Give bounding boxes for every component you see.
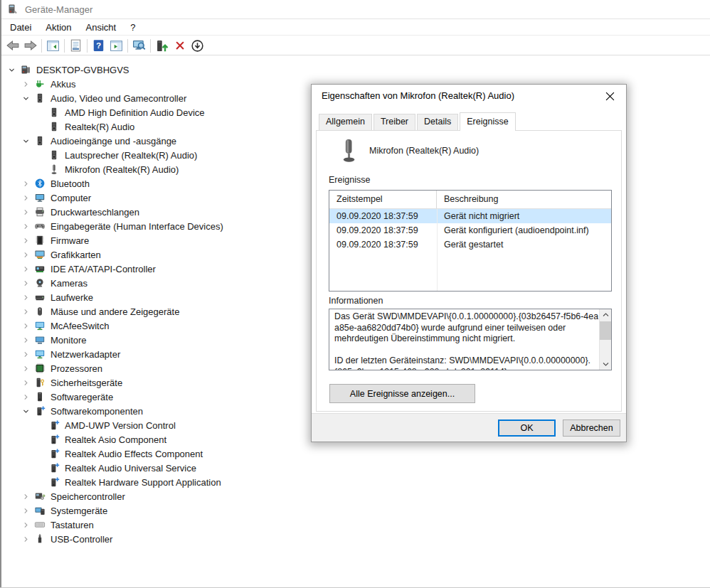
events-table-header: ZeitstempelBeschreibung (329, 191, 611, 209)
speaker-icon (34, 92, 46, 104)
events-tab-page: Mikrofon (Realtek(R) Audio) Ereignisse Z… (316, 130, 622, 412)
chevron-right-icon[interactable] (20, 220, 31, 232)
properties-dialog: Eigenschaften von Mikrofon (Realtek(R) A… (311, 84, 627, 442)
chevron-right-icon[interactable] (20, 292, 31, 303)
tree-toggle-icon[interactable] (44, 37, 62, 54)
tree-item[interactable]: Realtek Audio Effects Component (1, 447, 710, 461)
tab-details[interactable]: Details (417, 114, 458, 130)
dialog-device-name: Mikrofon (Realtek(R) Audio) (369, 146, 479, 156)
menu-aktion[interactable]: Aktion (38, 20, 78, 36)
dialog-title-bar: Eigenschaften von Mikrofon (Realtek(R) A… (312, 85, 626, 107)
network-icon (34, 348, 46, 360)
information-box: Das Gerät SWD\MMDEVAPI\{0.0.1.00000000}.… (329, 309, 612, 370)
tree-item-label: USB-Controller (51, 534, 112, 545)
column-header[interactable]: Beschreibung (437, 191, 611, 208)
tab-allgemein[interactable]: Allgemein (319, 114, 372, 130)
tree-item-label: Mikrofon (Realtek(R) Audio) (65, 164, 179, 175)
close-icon[interactable] (594, 85, 625, 107)
tree-item[interactable]: Realtek Hardware Support Application (1, 475, 710, 489)
show-all-events-button[interactable]: Alle Ereignisse anzeigen... (329, 384, 475, 403)
action-pane-icon[interactable] (107, 37, 125, 54)
softcomponent-icon (48, 476, 60, 488)
scroll-up-icon[interactable] (600, 309, 612, 321)
softcomponent-icon (48, 462, 60, 474)
table-row[interactable]: 09.09.2020 18:37:59Gerät gestartet (329, 237, 611, 252)
chevron-right-icon[interactable] (20, 377, 31, 388)
information-line: ID der letzten Geräteinstanz: SWD\MMDEVA… (334, 356, 595, 367)
chevron-right-icon[interactable] (20, 519, 31, 530)
chevron-down-icon[interactable] (20, 92, 31, 104)
tree-item[interactable]: Realtek Audio Universal Service (1, 461, 710, 475)
menu-ansicht[interactable]: Ansicht (79, 20, 124, 36)
tab-treiber[interactable]: Treiber (373, 114, 415, 130)
chevron-right-icon[interactable] (20, 206, 31, 218)
tree-item-label: DESKTOP-GVBHGVS (36, 65, 129, 75)
chevron-spacer (34, 149, 46, 161)
scan-icon[interactable] (130, 37, 148, 54)
microphone-icon (48, 164, 60, 175)
softdevice-icon (34, 391, 46, 402)
forward-icon[interactable] (21, 37, 39, 54)
chevron-right-icon[interactable] (20, 192, 31, 203)
disable-icon[interactable] (189, 37, 206, 54)
speaker-icon (34, 135, 46, 146)
information-line: Das Gerät SWD\MMDEVAPI\{0.0.1.00000000}.… (334, 311, 595, 323)
information-text: Das Gerät SWD\MMDEVAPI\{0.0.1.00000000}.… (329, 309, 598, 370)
chevron-right-icon[interactable] (20, 263, 31, 274)
speaker-icon (48, 121, 60, 132)
menu-datei[interactable]: Datei (3, 20, 38, 36)
chevron-down-icon[interactable] (20, 405, 31, 417)
computer-icon (20, 64, 31, 75)
table-row[interactable]: 09.09.2020 18:37:59Gerät nicht migriert (329, 209, 611, 223)
tree-item-label: Laufwerke (51, 292, 93, 303)
scrollbar[interactable] (599, 309, 611, 370)
update-driver-icon[interactable] (153, 37, 171, 54)
scroll-down-icon[interactable] (600, 358, 612, 370)
chevron-right-icon[interactable] (20, 391, 31, 402)
chevron-right-icon[interactable] (20, 505, 31, 516)
chevron-right-icon[interactable] (20, 249, 31, 260)
tree-item[interactable]: USB-Controller (1, 532, 710, 546)
timestamp-cell: 09.09.2020 18:37:59 (329, 240, 437, 250)
menu-help[interactable]: ? (123, 20, 142, 36)
tree-item-label: Realtek(R) Audio (65, 122, 134, 132)
chevron-right-icon[interactable] (20, 178, 31, 189)
tree-item[interactable]: DESKTOP-GVBHGVS (1, 63, 710, 77)
uninstall-icon[interactable] (171, 37, 189, 54)
tree-item[interactable]: Speichercontroller (1, 489, 710, 503)
column-header[interactable]: Zeitstempel (329, 191, 437, 208)
chevron-right-icon[interactable] (20, 533, 31, 545)
mouse-icon (34, 306, 46, 317)
table-row[interactable]: 09.09.2020 18:37:59Gerät konfiguriert (a… (329, 223, 611, 237)
chevron-right-icon[interactable] (20, 277, 31, 289)
properties-icon[interactable] (67, 37, 85, 54)
chevron-down-icon[interactable] (6, 64, 17, 75)
tree-item-label: Akkus (51, 79, 75, 90)
chevron-down-icon[interactable] (20, 135, 31, 146)
microphone-device-icon (338, 138, 359, 166)
chevron-right-icon[interactable] (20, 235, 31, 246)
chevron-right-icon[interactable] (20, 363, 31, 374)
dialog-footer: OK Abbrechen (312, 413, 626, 442)
tree-item-label: AMD-UWP Version Control (65, 420, 176, 431)
tree-item[interactable]: Systemgeräte (1, 503, 710, 518)
scrollbar-thumb[interactable] (600, 321, 612, 340)
tree-item[interactable]: Tastaturen (1, 518, 710, 532)
chevron-right-icon[interactable] (20, 320, 31, 331)
back-icon[interactable] (4, 37, 21, 54)
gamepad-icon (34, 220, 46, 232)
chevron-right-icon[interactable] (20, 491, 31, 502)
cancel-button[interactable]: Abbrechen (563, 419, 620, 437)
tab-ereignisse[interactable]: Ereignisse (460, 112, 515, 131)
ok-button[interactable]: OK (498, 419, 556, 437)
tree-item-label: Speichercontroller (51, 491, 125, 502)
tree-item-label: Realtek Audio Universal Service (65, 463, 196, 474)
toolbar-separator (150, 39, 151, 53)
help-icon[interactable]: ? (90, 37, 107, 54)
chevron-right-icon[interactable] (20, 306, 31, 317)
firmware-icon (34, 235, 46, 246)
chevron-right-icon[interactable] (20, 78, 31, 90)
chevron-right-icon[interactable] (20, 334, 31, 346)
drive-icon (34, 292, 46, 303)
chevron-right-icon[interactable] (20, 348, 31, 360)
